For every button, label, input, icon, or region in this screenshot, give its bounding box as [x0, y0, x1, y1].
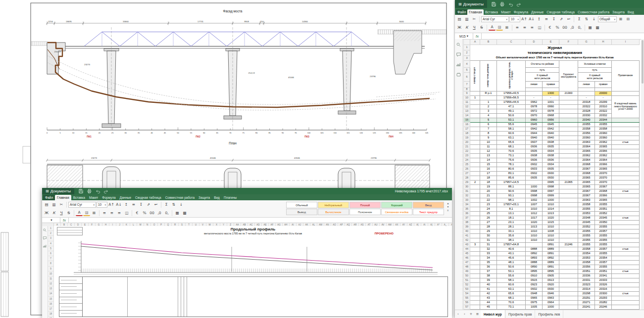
- row-header-52[interactable]: 52: [464, 282, 470, 287]
- cell[interactable]: [470, 153, 480, 158]
- cell[interactable]: [559, 131, 578, 136]
- paste-icon[interactable]: ▤: [43, 202, 50, 208]
- row-header-21[interactable]: 21: [464, 144, 470, 149]
- cell[interactable]: 40: [480, 282, 497, 287]
- cell[interactable]: [526, 180, 543, 184]
- cell[interactable]: Объект металлический мост 1795 км пк 7 ч…: [470, 56, 640, 61]
- cell[interactable]: 0968: [543, 113, 559, 118]
- cell[interactable]: 0888: [526, 247, 543, 251]
- name-box[interactable]: M15▾: [455, 33, 473, 39]
- cell[interactable]: 0942: [543, 127, 559, 131]
- cell[interactable]: 0933: [526, 167, 543, 171]
- cell[interactable]: 0944: [526, 131, 543, 136]
- cell[interactable]: 28: [480, 225, 497, 229]
- increase-decimal-icon[interactable]: ,0: [156, 210, 163, 216]
- cell[interactable]: 58,1: [497, 127, 526, 131]
- cell[interactable]: [470, 269, 480, 273]
- font-color-icon[interactable]: А: [489, 25, 495, 31]
- mini-font-family-select[interactable]: Arial Cyr▾: [68, 202, 96, 208]
- cell[interactable]: [470, 225, 480, 229]
- cell[interactable]: [612, 256, 640, 260]
- cell[interactable]: 3: [480, 109, 497, 113]
- cell-style-option[interactable]: Пояснение: [349, 209, 381, 215]
- cell[interactable]: [612, 251, 640, 256]
- cell[interactable]: [470, 91, 480, 95]
- cell[interactable]: 1001: [543, 100, 559, 104]
- cell[interactable]: [612, 305, 640, 309]
- column-header-C[interactable]: C: [497, 40, 526, 45]
- cell[interactable]: 0990: [543, 104, 559, 109]
- cell[interactable]: [470, 287, 480, 291]
- cell[interactable]: 48,1: [497, 260, 526, 265]
- cell[interactable]: -: [578, 95, 595, 100]
- cell[interactable]: [470, 211, 480, 216]
- cell[interactable]: 20370: [595, 176, 612, 180]
- cell[interactable]: 21246: [559, 242, 578, 247]
- cell[interactable]: 1010: [526, 238, 543, 242]
- cell[interactable]: [470, 136, 480, 140]
- cell[interactable]: [559, 256, 578, 260]
- cell[interactable]: [559, 265, 578, 269]
- cell[interactable]: [612, 273, 640, 278]
- row-header-27[interactable]: 27: [464, 171, 470, 176]
- cell[interactable]: 20368: [578, 171, 595, 176]
- cell[interactable]: [612, 176, 640, 180]
- cell[interactable]: [559, 225, 578, 229]
- delete-cells-icon[interactable]: ⊟: [625, 16, 632, 22]
- comma-style-icon[interactable]: 00: [149, 210, 155, 216]
- cell[interactable]: 20360: [595, 136, 612, 140]
- cell[interactable]: 24: [480, 207, 497, 211]
- row-header-25[interactable]: 25: [464, 162, 470, 167]
- align-center-icon[interactable]: ≡: [108, 210, 115, 216]
- cell[interactable]: [559, 296, 578, 300]
- font-size-select[interactable]: 10▾: [509, 16, 520, 22]
- cell[interactable]: 0892: [543, 256, 559, 260]
- cell[interactable]: 20340: [578, 118, 595, 122]
- row-header-35[interactable]: 35: [464, 207, 470, 211]
- cell[interactable]: [470, 220, 480, 225]
- cell[interactable]: 0930: [543, 176, 559, 180]
- cell[interactable]: 20333: [595, 278, 612, 282]
- borders-icon[interactable]: ⊞: [91, 210, 98, 216]
- cell[interactable]: путь: [526, 68, 559, 73]
- cell[interactable]: 20353: [578, 211, 595, 216]
- cell[interactable]: [612, 238, 640, 242]
- row-header-23[interactable]: 23: [464, 153, 470, 158]
- cell[interactable]: привязка реперов,точек, станции: [497, 61, 526, 91]
- cell[interactable]: 20314: [578, 287, 595, 291]
- cell[interactable]: 20358: [578, 247, 595, 251]
- worksheet-grid[interactable]: ABCDEFGHI1Журнал2технического нивелирова…: [463, 39, 640, 310]
- align-middle-icon[interactable]: ≡: [130, 202, 137, 208]
- cell[interactable]: стык: [612, 269, 640, 273]
- cell[interactable]: 38: [480, 273, 497, 278]
- add-sheet-button[interactable]: +: [468, 310, 474, 318]
- cell[interactable]: [559, 229, 578, 233]
- cell[interactable]: 0935: [543, 144, 559, 149]
- cell[interactable]: 0999: [543, 193, 559, 198]
- cell[interactable]: II правый нити рельсов: [578, 73, 612, 82]
- cell[interactable]: [612, 149, 640, 153]
- sheet-tab-1[interactable]: Профиль прав: [505, 310, 535, 318]
- underline-icon[interactable]: Ч: [58, 210, 65, 216]
- column-header-E[interactable]: E: [543, 40, 559, 45]
- cell[interactable]: 0940: [543, 136, 559, 140]
- cell[interactable]: 20367: [578, 189, 595, 193]
- cell[interactable]: 20366: [595, 149, 612, 153]
- cell[interactable]: 0932: [526, 171, 543, 176]
- cell[interactable]: [559, 140, 578, 144]
- fx-button[interactable]: fx: [473, 33, 482, 39]
- undo-icon[interactable]: [95, 188, 100, 194]
- cell[interactable]: 0890: [526, 265, 543, 269]
- cell[interactable]: 20291: [578, 296, 595, 300]
- mini-row-header-5[interactable]: 5: [48, 246, 53, 251]
- menu-tab-1[interactable]: Главная: [55, 195, 71, 200]
- cell[interactable]: [470, 229, 480, 233]
- cell[interactable]: технического нивелирования: [470, 50, 640, 56]
- cell[interactable]: 29: [480, 229, 497, 233]
- cell[interactable]: [559, 167, 578, 171]
- row-header-42[interactable]: 42: [464, 238, 470, 242]
- cell[interactable]: 20365: [578, 149, 595, 153]
- sheet-list-button[interactable]: ≡: [474, 310, 481, 318]
- cell[interactable]: 1012: [526, 211, 543, 216]
- row-header-5[interactable]: 5: [464, 68, 470, 73]
